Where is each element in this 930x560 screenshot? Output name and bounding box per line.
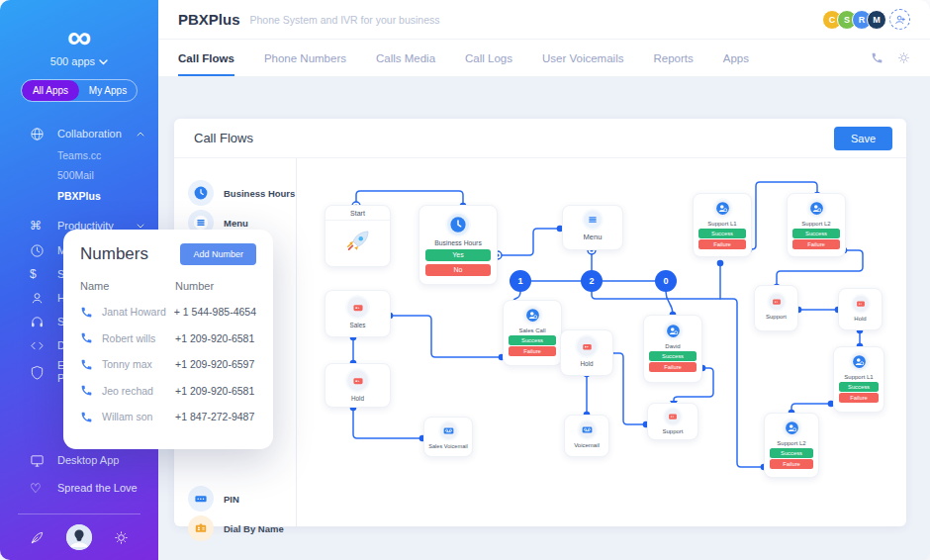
pbxplus-app-window: ∞ 500 apps All Apps My Apps Collaboratio… <box>0 0 930 560</box>
tab-bar: Call Flows Phone Numbers Calls Media Cal… <box>158 40 930 77</box>
menu-icon <box>582 209 604 231</box>
tab-call-flows[interactable]: Call Flows <box>178 40 234 76</box>
flow-node-hold-right[interactable]: Hold <box>838 288 883 330</box>
contact-name: Willam son <box>102 411 175 422</box>
clock-icon <box>30 243 45 258</box>
dollar-icon: $ <box>30 267 45 281</box>
tab-user-voicemails[interactable]: User Voicemails <box>542 40 623 76</box>
success-button[interactable]: Success <box>509 335 556 345</box>
heart-icon: ♡ <box>30 481 45 496</box>
phone-icon[interactable] <box>80 411 93 423</box>
sidebar-item-spread-love[interactable]: ♡ Spread the Love <box>0 474 158 502</box>
failure-button[interactable]: Failure <box>792 239 840 249</box>
tab-reports[interactable]: Reports <box>653 40 693 76</box>
failure-button[interactable]: Failure <box>698 239 746 249</box>
save-button[interactable]: Save <box>834 127 892 150</box>
avatar-m[interactable]: M <box>867 10 886 30</box>
sidebar-item-teams[interactable]: Teams.cc <box>0 145 158 165</box>
flow-node-hold[interactable]: Hold <box>325 363 391 408</box>
tab-call-logs[interactable]: Call Logs <box>465 40 512 76</box>
success-button[interactable]: Success <box>770 448 813 458</box>
app-header: PBXPlus Phone System and IVR for your bu… <box>158 0 930 40</box>
flow-node-support-l2[interactable]: Support L2 Success Failure <box>787 193 846 257</box>
sidebar-item-desktop-app[interactable]: Desktop App <box>0 446 158 474</box>
flow-node-support-l1-right[interactable]: Support L1 Success Failure <box>833 346 884 413</box>
add-number-button[interactable]: Add Number <box>180 243 256 265</box>
phone-icon[interactable] <box>80 358 93 371</box>
flow-node-start[interactable]: Start <box>325 205 391 267</box>
phone-icon[interactable] <box>80 306 93 319</box>
recording-icon <box>851 294 871 314</box>
agent-search-icon <box>782 418 802 438</box>
add-user-button[interactable] <box>889 9 910 30</box>
flow-node-sales-call[interactable]: Sales Call Success Failure <box>503 300 562 366</box>
tab-calls-media[interactable]: Calls Media <box>376 40 435 76</box>
number-row[interactable]: Janat Howard + 1 544-985-4654 <box>80 306 256 319</box>
phone-icon[interactable] <box>80 331 93 344</box>
no-button[interactable]: No <box>425 264 491 277</box>
flow-node-support-right[interactable]: Support <box>754 285 798 331</box>
success-button[interactable]: Success <box>649 351 697 361</box>
tool-dial-by-name[interactable]: Dial By Name <box>188 515 284 541</box>
clock-icon <box>188 180 214 206</box>
failure-button[interactable]: Failure <box>770 459 813 469</box>
tool-pin[interactable]: PIN <box>188 486 239 512</box>
flow-node-support-l1[interactable]: Support L1 Success Failure <box>693 193 752 257</box>
tool-business-hours[interactable]: Business Hours <box>188 180 295 206</box>
flow-node-sales-voicemail[interactable]: Sales Voicemail <box>423 417 473 457</box>
flow-node-sales[interactable]: Sales <box>325 290 391 337</box>
agent-search-icon <box>849 351 870 372</box>
number-row[interactable]: Jeo rechad +1 209-920-6581 <box>80 384 256 397</box>
gear-icon[interactable] <box>114 530 129 545</box>
number-row[interactable]: Willam son +1 847-272-9487 <box>80 411 256 423</box>
flow-node-voicemail[interactable]: Voicemail <box>564 415 609 457</box>
headset-icon <box>30 315 45 329</box>
sidebar-item-collaboration[interactable]: Collaboration <box>0 122 158 145</box>
numbers-popup: Numbers Add Number Name Number Janat How… <box>63 230 273 449</box>
quill-icon[interactable] <box>30 530 45 545</box>
monitor-icon <box>30 453 45 468</box>
avatar-person-icon <box>66 524 92 550</box>
key-node-2[interactable]: 2 <box>581 270 603 292</box>
tab-phone-numbers[interactable]: Phone Numbers <box>264 40 346 76</box>
person-icon <box>30 291 45 306</box>
flow-node-menu[interactable]: Menu <box>562 205 623 250</box>
apps-count-dropdown[interactable]: 500 apps <box>0 55 158 67</box>
contact-number: +1 847-272-9487 <box>175 411 254 422</box>
phone-icon[interactable] <box>80 384 93 397</box>
my-apps-pill[interactable]: My Apps <box>79 80 137 101</box>
user-avatar[interactable] <box>66 524 92 550</box>
key-node-0[interactable]: 0 <box>655 270 677 292</box>
success-button[interactable]: Success <box>698 229 746 238</box>
flow-node-support-mid[interactable]: Support <box>647 403 698 440</box>
number-row[interactable]: Robert wills +1 209-920-6581 <box>80 331 256 344</box>
settings-gear-icon[interactable] <box>897 51 910 64</box>
success-button[interactable]: Success <box>792 229 840 238</box>
voicemail-icon <box>577 420 598 440</box>
key-node-1[interactable]: 1 <box>510 270 531 292</box>
sidebar-item-500mail[interactable]: 500Mail <box>0 165 158 185</box>
agent-search-icon <box>663 321 684 341</box>
recording-icon <box>575 334 599 358</box>
failure-button[interactable]: Failure <box>649 362 697 372</box>
sidebar-item-pbxplus[interactable]: PBXPlus <box>0 185 158 207</box>
flow-node-david[interactable]: David Success Failure <box>643 315 702 383</box>
sidebar-bottom: Desktop App ♡ Spread the Love <box>0 446 158 560</box>
phone-icon[interactable] <box>871 51 884 64</box>
apps-toggle: All Apps My Apps <box>21 79 138 102</box>
chevron-down-icon <box>99 59 108 65</box>
flow-node-business-hours[interactable]: Business Hours Yes No <box>418 205 498 285</box>
contact-number: +1 209-920-6581 <box>175 332 254 344</box>
flow-node-hold-mid[interactable]: Hold <box>560 329 613 376</box>
column-header-number: Number <box>175 280 214 292</box>
tab-apps[interactable]: Apps <box>723 40 749 76</box>
yes-button[interactable]: Yes <box>425 249 491 262</box>
number-row[interactable]: Tonny max +1 209-920-6597 <box>80 358 256 371</box>
failure-button[interactable]: Failure <box>839 393 879 403</box>
contact-name: Jeo rechad <box>102 385 175 397</box>
all-apps-pill[interactable]: All Apps <box>22 80 79 101</box>
success-button[interactable]: Success <box>839 382 879 392</box>
failure-button[interactable]: Failure <box>509 346 556 356</box>
recording-icon <box>345 295 370 320</box>
flow-node-support-l2-bottom[interactable]: Support L2 Success Failure <box>764 413 819 478</box>
